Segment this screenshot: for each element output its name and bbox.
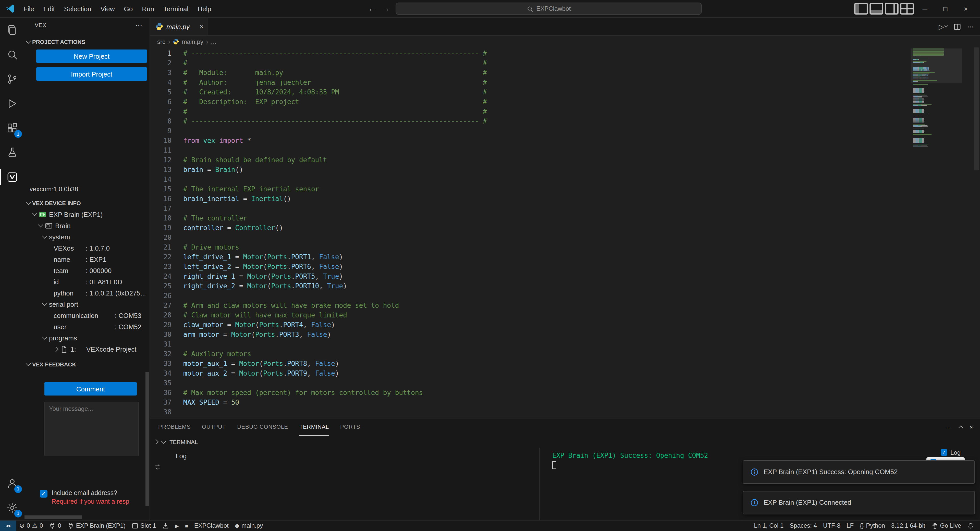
line-number[interactable]: 28: [150, 310, 172, 320]
tree-item-system[interactable]: system: [24, 231, 150, 242]
active-program[interactable]: ◆ main.py: [232, 520, 266, 531]
code-line[interactable]: # Arm and claw motors will have brake mo…: [183, 300, 898, 310]
code-editor[interactable]: 1234567891011121314151617181920212223242…: [150, 48, 980, 418]
line-numbers[interactable]: 1234567891011121314151617181920212223242…: [150, 48, 172, 417]
log-checkbox[interactable]: ✓ Log: [941, 449, 961, 456]
menu-help[interactable]: Help: [193, 4, 215, 14]
panel-tab-terminal[interactable]: TERMINAL: [299, 418, 329, 436]
line-number[interactable]: 20: [150, 233, 172, 242]
panel-more-actions-icon[interactable]: ⋯: [946, 424, 952, 430]
code-lines[interactable]: # --------------------------------------…: [183, 48, 898, 417]
code-line[interactable]: # --------------------------------------…: [183, 48, 898, 58]
line-number[interactable]: 33: [150, 359, 172, 369]
section-vex-feedback[interactable]: VEX FEEDBACK: [24, 359, 150, 370]
code-line[interactable]: # --------------------------------------…: [183, 116, 898, 126]
notification-connected[interactable]: EXP Brain (EXP1) Connected: [743, 491, 975, 514]
code-line[interactable]: controller = Controller(): [183, 223, 898, 233]
code-line[interactable]: # Auxilary motors: [183, 349, 898, 359]
line-number[interactable]: 38: [150, 407, 172, 417]
line-number[interactable]: 13: [150, 165, 172, 175]
line-number[interactable]: 21: [150, 242, 172, 252]
line-number[interactable]: 15: [150, 184, 172, 194]
activity-run-debug[interactable]: [0, 91, 24, 116]
line-number[interactable]: 12: [150, 155, 172, 165]
code-line[interactable]: claw_motor = Motor(Ports.PORT4, False): [183, 320, 898, 330]
split-editor-icon[interactable]: [953, 23, 961, 30]
line-number[interactable]: 11: [150, 145, 172, 155]
code-line[interactable]: # The internal EXP inertial sensor: [183, 184, 898, 194]
code-line[interactable]: # Brain should be defined by default: [183, 155, 898, 165]
menu-terminal[interactable]: Terminal: [159, 4, 192, 14]
line-number[interactable]: 30: [150, 330, 172, 339]
line-number[interactable]: 31: [150, 339, 172, 349]
tree-item-python[interactable]: python : 1.0.0.21 (0xD275...: [24, 287, 150, 299]
code-line[interactable]: MAX_SPEED = 50: [183, 397, 898, 407]
go-live-button[interactable]: Go Live: [928, 520, 964, 531]
line-number[interactable]: 2: [150, 58, 172, 68]
download-button[interactable]: [159, 520, 172, 531]
code-line[interactable]: [183, 145, 898, 155]
ports-status[interactable]: 0: [46, 520, 64, 531]
section-device-info[interactable]: VEX DEVICE INFO: [24, 197, 150, 209]
menu-go[interactable]: Go: [120, 4, 137, 14]
code-line[interactable]: left_drive_1 = Motor(Ports.PORT1, False): [183, 252, 898, 262]
panel-tab-output[interactable]: OUTPUT: [202, 418, 226, 436]
code-line[interactable]: [183, 407, 898, 417]
tree-item-name[interactable]: name : EXP1: [24, 254, 150, 265]
code-line[interactable]: [183, 339, 898, 349]
code-line[interactable]: # Module: main.py #: [183, 68, 898, 78]
sidebar-vertical-scrollbar[interactable]: [145, 372, 149, 506]
terminal-section-header[interactable]: TERMINAL: [150, 436, 980, 448]
tree-item-program-1[interactable]: 1: VEXcode Project: [24, 343, 150, 355]
forward-button[interactable]: →: [381, 5, 390, 13]
code-line[interactable]: [183, 175, 898, 184]
code-line[interactable]: [183, 291, 898, 300]
project-name[interactable]: EXPClawbot: [191, 520, 232, 531]
breadcrumb-file[interactable]: main.py: [182, 38, 204, 45]
maximize-button[interactable]: □: [935, 0, 956, 17]
language-mode[interactable]: {} Python: [857, 520, 888, 531]
line-number[interactable]: 34: [150, 369, 172, 378]
tree-item-serial-port[interactable]: serial port: [24, 299, 150, 310]
section-project-actions[interactable]: PROJECT ACTIONS: [24, 36, 150, 48]
menu-selection[interactable]: Selection: [60, 4, 95, 14]
activity-extensions[interactable]: 1: [0, 116, 24, 140]
panel-tab-problems[interactable]: PROBLEMS: [158, 418, 191, 436]
comment-button[interactable]: Comment: [45, 382, 137, 396]
activity-explorer[interactable]: [0, 18, 24, 42]
tab-main-py[interactable]: main.py ×: [150, 18, 208, 35]
line-number[interactable]: 7: [150, 107, 172, 116]
tree-item-user[interactable]: user : COM52: [24, 321, 150, 332]
activity-testing[interactable]: [0, 140, 24, 165]
line-number[interactable]: 10: [150, 136, 172, 145]
line-number[interactable]: 1: [150, 48, 172, 58]
run-program-button[interactable]: ▶: [172, 520, 182, 531]
customize-layout-icon[interactable]: [899, 2, 915, 15]
device-status[interactable]: EXP Brain (EXP1): [64, 520, 129, 531]
encoding[interactable]: UTF-8: [820, 520, 843, 531]
back-button[interactable]: ←: [367, 5, 376, 13]
slot-status[interactable]: Slot 1: [129, 520, 159, 531]
code-line[interactable]: left_drive_2 = Motor(Ports.PORT6, False): [183, 262, 898, 272]
tree-item-programs[interactable]: programs: [24, 332, 150, 343]
run-python-file-button[interactable]: ▷: [939, 23, 947, 30]
problems-status[interactable]: ⊘0 ⚠0: [16, 520, 46, 531]
line-number[interactable]: 25: [150, 281, 172, 291]
menu-file[interactable]: File: [19, 4, 38, 14]
code-line[interactable]: [183, 378, 898, 388]
line-number[interactable]: 22: [150, 252, 172, 262]
code-line[interactable]: right_drive_2 = Motor(Ports.PORT10, True…: [183, 281, 898, 291]
line-number[interactable]: 36: [150, 388, 172, 397]
tree-item-vexos[interactable]: VEXos : 1.0.7.0: [24, 242, 150, 254]
line-number[interactable]: 29: [150, 320, 172, 330]
breadcrumb-src[interactable]: src: [157, 38, 165, 45]
tree-item-communication[interactable]: communication : COM53: [24, 310, 150, 321]
maximize-panel-icon[interactable]: [958, 425, 963, 430]
line-number[interactable]: 35: [150, 378, 172, 388]
toggle-panel-icon[interactable]: [869, 2, 884, 15]
activity-search[interactable]: [0, 42, 24, 67]
tree-item-id[interactable]: id : 0EA81E0D: [24, 276, 150, 287]
breadcrumb[interactable]: src › main.py › …: [150, 36, 980, 48]
code-line[interactable]: # Created: 10/8/2024, 4:08:35 PM #: [183, 87, 898, 97]
import-project-button[interactable]: Import Project: [36, 67, 147, 81]
